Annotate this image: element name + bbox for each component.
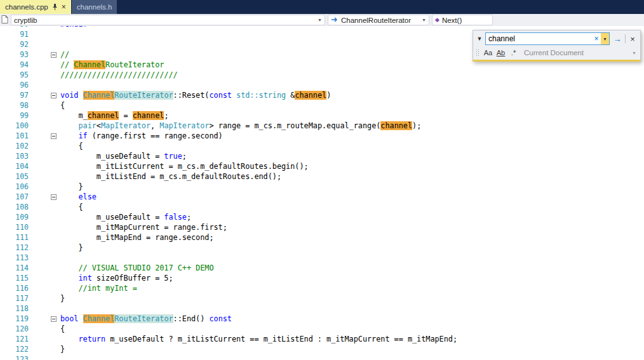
glyph-margin [30, 60, 49, 70]
line-number[interactable]: 92 [0, 39, 30, 50]
line-number[interactable]: 107 [0, 192, 30, 202]
fold-collapse-icon[interactable] [51, 93, 57, 98]
fold-margin[interactable] [49, 50, 58, 60]
code-line[interactable]: 107 else [0, 192, 644, 202]
find-next-button[interactable]: → [612, 34, 623, 44]
code-line[interactable]: 117} [0, 293, 644, 303]
glyph-margin [30, 100, 49, 110]
line-number[interactable]: 104 [0, 161, 30, 171]
code-line[interactable]: 119bool ChannelRouteIterator::End() cons… [0, 314, 644, 324]
fold-margin[interactable] [49, 131, 58, 141]
code-editor[interactable]: 90#endif919293//94// ChannelRouteIterato… [0, 26, 644, 360]
pin-icon[interactable] [52, 4, 58, 11]
code-line[interactable]: 123 [0, 354, 644, 360]
search-scope-dropdown[interactable]: Current Document ▼ [524, 49, 638, 57]
code-line[interactable]: 121 return m_useDefault ? m_itListCurren… [0, 334, 644, 344]
line-number[interactable]: 99 [0, 110, 30, 121]
whole-word-button[interactable]: Ab [495, 48, 506, 58]
line-number[interactable]: 102 [0, 141, 30, 151]
line-number[interactable]: 123 [0, 354, 30, 360]
line-number[interactable]: 122 [0, 344, 30, 354]
line-number[interactable]: 120 [0, 324, 30, 334]
fold-margin[interactable] [49, 314, 58, 324]
clear-search-icon[interactable]: × [592, 34, 601, 43]
code-line[interactable]: 112 } [0, 243, 644, 253]
close-icon[interactable]: × [62, 3, 66, 11]
line-number[interactable]: 121 [0, 334, 30, 344]
search-input[interactable] [486, 33, 592, 44]
code-line[interactable]: 120{ [0, 324, 644, 334]
line-number[interactable]: 115 [0, 273, 30, 283]
line-number[interactable]: 109 [0, 212, 30, 222]
code-line[interactable]: 104 m_itListCurrent = m_cs.m_defaultRout… [0, 161, 644, 171]
line-number[interactable]: 93 [0, 50, 30, 60]
regex-button[interactable]: .* [508, 48, 519, 58]
code-line[interactable]: 118 [0, 303, 644, 314]
match-case-button[interactable]: Aa [483, 48, 493, 58]
code-line[interactable]: 105 m_itListEnd = m_cs.m_defaultRoutes.e… [0, 171, 644, 182]
code-line[interactable]: 116 //int myInt = [0, 283, 644, 293]
fold-collapse-icon[interactable] [51, 194, 57, 200]
fold-margin[interactable] [49, 192, 58, 202]
fold-margin [49, 243, 58, 253]
line-number[interactable]: 103 [0, 151, 30, 161]
line-number[interactable]: 91 [0, 29, 30, 39]
code-line[interactable]: 97void ChannelRouteIterator::Reset(const… [0, 90, 644, 100]
glyph-margin [30, 253, 49, 263]
line-number[interactable]: 105 [0, 171, 30, 182]
tab-channels-cpp[interactable]: channels.cpp × [0, 0, 71, 14]
line-number[interactable]: 98 [0, 100, 30, 110]
code-text: { [60, 202, 83, 212]
line-number[interactable]: 100 [0, 121, 30, 131]
line-number[interactable]: 113 [0, 253, 30, 263]
line-number[interactable]: 110 [0, 222, 30, 232]
tab-channels-h[interactable]: channels.h [72, 0, 117, 14]
code-line[interactable]: 110 m_itMapCurrent = range.first; [0, 222, 644, 232]
line-number[interactable]: 96 [0, 80, 30, 90]
code-line[interactable]: 111 m_itMapEnd = range.second; [0, 232, 644, 243]
chevron-down-icon: ▼ [632, 51, 636, 55]
code-line[interactable]: 103 m_useDefault = true; [0, 151, 644, 161]
code-line[interactable]: 122} [0, 344, 644, 354]
drag-grip-icon[interactable] [476, 49, 480, 57]
line-number[interactable]: 101 [0, 131, 30, 141]
code-line[interactable]: 99 m_channel = channel; [0, 110, 644, 121]
expand-replace-chevron-icon[interactable]: ▼ [476, 36, 483, 42]
line-number[interactable]: 112 [0, 243, 30, 253]
fold-collapse-icon[interactable] [51, 133, 57, 139]
line-number[interactable]: 117 [0, 293, 30, 303]
code-line[interactable]: 109 m_useDefault = false; [0, 212, 644, 222]
line-number[interactable]: 118 [0, 303, 30, 314]
line-number[interactable]: 108 [0, 202, 30, 212]
type-dropdown-label: ChannelRouteIterator [341, 17, 411, 24]
type-dropdown[interactable]: ChannelRouteIterator ▼ [328, 15, 429, 25]
code-line[interactable]: 95////////////////////////// [0, 70, 644, 80]
fold-margin [49, 151, 58, 161]
code-line[interactable]: 113 [0, 253, 644, 263]
code-line[interactable]: 108 { [0, 202, 644, 212]
line-number[interactable]: 114 [0, 263, 30, 273]
project-dropdown[interactable]: cryptlib ▼ [11, 15, 325, 25]
code-line[interactable]: 114 // VISUAL STUDIO 2017 C++ DEMO [0, 263, 644, 273]
code-line[interactable]: 98{ [0, 100, 644, 110]
line-number[interactable]: 111 [0, 232, 30, 243]
code-line[interactable]: 115 int sizeOfBuffer = 5; [0, 273, 644, 283]
fold-collapse-icon[interactable] [51, 52, 57, 58]
code-line[interactable]: 102 { [0, 141, 644, 151]
line-number[interactable]: 94 [0, 60, 30, 70]
code-line[interactable]: 96 [0, 80, 644, 90]
close-find-icon[interactable]: × [627, 34, 638, 44]
fold-collapse-icon[interactable] [51, 316, 57, 322]
code-line[interactable]: 101 if (range.first == range.second) [0, 131, 644, 141]
member-dropdown[interactable]: ◆ Next() [432, 15, 493, 25]
line-number[interactable]: 95 [0, 70, 30, 80]
fold-margin[interactable] [49, 90, 58, 100]
line-number[interactable]: 106 [0, 182, 30, 192]
code-line[interactable]: 100 pair<MapIterator, MapIterator> range… [0, 121, 644, 131]
project-dropdown-label: cryptlib [14, 17, 37, 24]
line-number[interactable]: 97 [0, 90, 30, 100]
code-line[interactable]: 106 } [0, 182, 644, 192]
search-history-dropdown[interactable]: ▼ [601, 33, 609, 44]
line-number[interactable]: 116 [0, 283, 30, 293]
line-number[interactable]: 119 [0, 314, 30, 324]
